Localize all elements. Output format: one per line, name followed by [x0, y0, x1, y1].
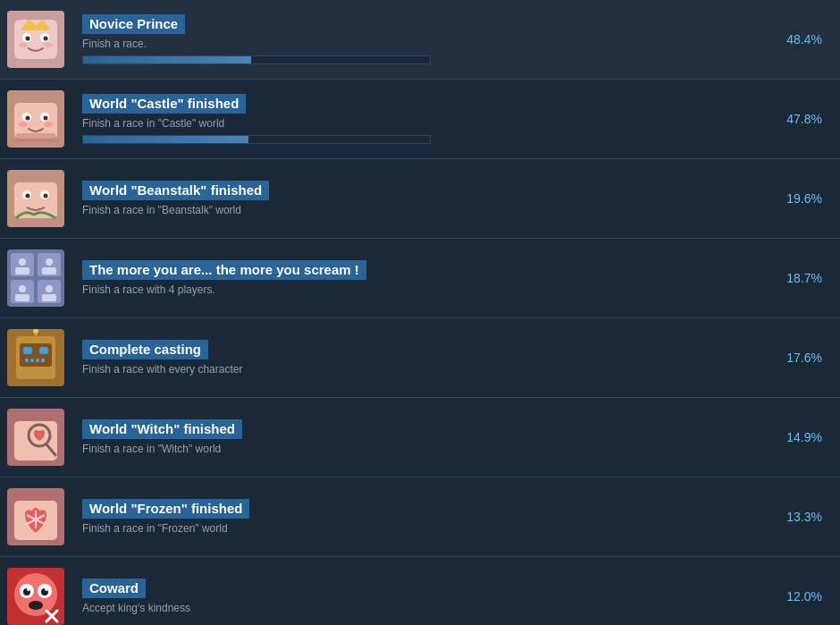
achievement-title-castle: World "Castle" finished	[89, 96, 239, 111]
svg-rect-33	[15, 294, 29, 301]
achievement-row-castle[interactable]: World "Castle" finishedFinish a race in …	[0, 80, 840, 159]
achievement-list: Novice PrinceFinish a race.48.4% World "…	[0, 0, 840, 625]
achievement-content-coward: CowardAccept king's kindness	[71, 579, 758, 614]
achievement-desc-castle: Finish a race in "Castle" world	[82, 117, 758, 130]
svg-point-23	[44, 194, 48, 198]
svg-point-7	[19, 42, 28, 47]
achievement-content-frozen: World "Frozen" finishedFinish a race in …	[71, 499, 758, 535]
svg-rect-17	[16, 133, 55, 142]
svg-rect-41	[39, 347, 48, 354]
achievement-row-casting[interactable]: Complete castingFinish a race with every…	[0, 318, 840, 398]
svg-point-65	[29, 601, 43, 610]
achievement-desc-witch: Finish a race in "Witch" world	[82, 443, 758, 455]
achievement-content-witch: World "Witch" finishedFinish a race in "…	[71, 419, 758, 455]
svg-point-29	[46, 258, 53, 266]
achievement-icon-witch	[0, 405, 71, 469]
achievement-title-beanstalk: World "Beanstalk" finished	[89, 182, 262, 198]
progress-fill-castle	[83, 136, 248, 143]
achievement-desc-casting: Finish a race with every character	[82, 363, 758, 376]
achievement-title-witch: World "Witch" finished	[89, 421, 235, 436]
achievement-content-4players: The more you are... the more you scream …	[71, 260, 758, 296]
progress-bar-novice-prince	[82, 55, 431, 64]
achievement-title-coward: Coward	[89, 580, 139, 595]
svg-point-35	[46, 285, 53, 292]
svg-point-6	[44, 37, 48, 41]
svg-point-13	[26, 116, 30, 121]
achievement-icon-castle	[0, 87, 71, 151]
achievement-desc-frozen: Finish a race in "Frozen" world	[82, 522, 758, 535]
achievement-title-novice-prince: Novice Prince	[89, 16, 178, 31]
progress-fill-novice-prince	[83, 56, 251, 63]
achievement-icon-coward	[0, 564, 71, 625]
svg-point-26	[19, 258, 26, 266]
achievement-icon-frozen	[0, 485, 71, 549]
svg-rect-43	[25, 359, 29, 362]
svg-rect-46	[41, 359, 45, 362]
achievement-title-casting: Complete casting	[89, 342, 201, 357]
achievement-content-novice-prince: Novice PrinceFinish a race.	[71, 14, 758, 64]
achievement-row-beanstalk[interactable]: World "Beanstalk" finishedFinish a race …	[0, 159, 840, 239]
achievement-desc-coward: Accept king's kindness	[82, 602, 758, 614]
progress-bar-castle	[82, 135, 431, 144]
achievement-percent-4players: 18.7%	[758, 271, 829, 285]
achievement-content-castle: World "Castle" finishedFinish a race in …	[71, 94, 758, 144]
svg-rect-30	[42, 267, 56, 274]
achievement-percent-novice-prince: 48.4%	[758, 32, 829, 46]
achievement-desc-beanstalk: Finish a race in "Beanstalk" world	[82, 204, 758, 216]
svg-point-5	[26, 37, 30, 41]
svg-point-22	[26, 194, 30, 198]
svg-rect-50	[14, 421, 57, 460]
achievement-percent-castle: 47.8%	[758, 112, 829, 126]
svg-rect-45	[36, 359, 39, 362]
achievement-row-novice-prince[interactable]: Novice PrinceFinish a race.48.4%	[0, 0, 840, 80]
achievement-row-coward[interactable]: CowardAccept king's kindness12.0%	[0, 557, 840, 625]
achievement-row-4players[interactable]: The more you are... the more you scream …	[0, 239, 840, 318]
svg-point-14	[44, 116, 48, 121]
svg-rect-40	[23, 347, 32, 354]
svg-point-32	[19, 285, 26, 292]
achievement-icon-4players	[0, 246, 71, 310]
achievement-row-frozen[interactable]: World "Frozen" finishedFinish a race in …	[0, 477, 840, 557]
achievement-icon-novice-prince	[0, 7, 71, 72]
achievement-percent-frozen: 13.3%	[758, 510, 829, 524]
achievement-title-4players: The more you are... the more you scream …	[89, 262, 359, 277]
achievement-percent-coward: 12.0%	[758, 589, 829, 604]
achievement-content-casting: Complete castingFinish a race with every…	[71, 340, 758, 376]
svg-rect-39	[20, 343, 52, 367]
achievement-content-beanstalk: World "Beanstalk" finishedFinish a race …	[71, 181, 758, 216]
achievement-icon-beanstalk	[0, 166, 71, 231]
achievement-percent-beanstalk: 19.6%	[758, 191, 829, 206]
svg-rect-36	[42, 294, 56, 301]
svg-rect-27	[15, 267, 29, 274]
achievement-desc-novice-prince: Finish a race.	[82, 38, 758, 50]
svg-rect-44	[30, 359, 34, 362]
achievement-title-frozen: World "Frozen" finished	[89, 501, 242, 516]
achievement-percent-witch: 14.9%	[758, 430, 829, 444]
achievement-row-witch[interactable]: World "Witch" finishedFinish a race in "…	[0, 398, 840, 477]
svg-point-15	[19, 122, 28, 127]
achievement-percent-casting: 17.6%	[758, 351, 829, 365]
svg-point-62	[45, 587, 48, 591]
achievement-icon-casting	[0, 325, 71, 390]
svg-point-16	[44, 122, 53, 127]
achievement-desc-4players: Finish a race with 4 players.	[82, 283, 758, 296]
svg-point-61	[27, 587, 30, 591]
svg-point-8	[44, 42, 53, 47]
